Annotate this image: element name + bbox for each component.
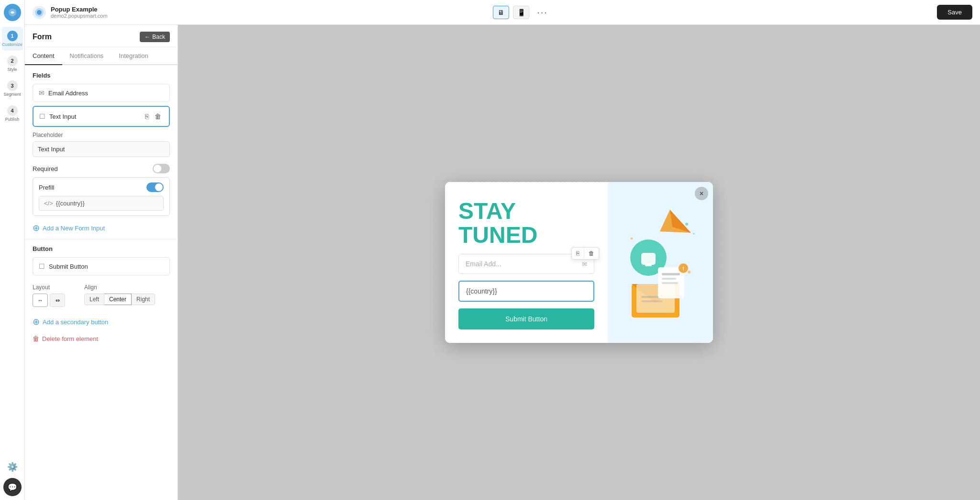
svg-point-9 xyxy=(685,223,688,226)
canvas: × STAY TUNED Email Add... ✉ ⎘ 🗑 xyxy=(178,25,980,500)
align-label: Align xyxy=(84,284,155,291)
delete-icon: 🗑 xyxy=(33,335,39,342)
copy-field-btn[interactable]: ⎘ xyxy=(143,112,151,121)
layout-single-btn[interactable]: ↔ xyxy=(33,294,48,307)
step-1-label: Customize xyxy=(2,42,22,47)
app-domain: demo2.popupsmart.com xyxy=(51,13,108,19)
back-arrow-icon: ← xyxy=(145,34,150,40)
svg-point-11 xyxy=(631,238,633,240)
placeholder-label: Placeholder xyxy=(33,132,170,138)
submit-button-row[interactable]: ☐ Submit Button xyxy=(33,257,170,275)
delete-field-btn[interactable]: 🗑 xyxy=(153,112,163,121)
fields-section-title: Fields xyxy=(33,72,170,79)
svg-point-2 xyxy=(37,10,42,15)
device-mobile-btn[interactable]: 📱 xyxy=(513,6,529,19)
svg-rect-8 xyxy=(645,264,652,266)
tab-content[interactable]: Content xyxy=(25,47,62,65)
step-1-num: 1 xyxy=(7,31,18,41)
settings-btn[interactable]: ⚙️ xyxy=(3,458,22,476)
chat-btn[interactable]: 💬 xyxy=(3,478,22,496)
save-button[interactable]: Save xyxy=(937,5,972,20)
prefill-toggle[interactable] xyxy=(146,182,164,192)
delete-form-btn[interactable]: 🗑 Delete form element xyxy=(25,331,178,346)
app-icon xyxy=(33,6,46,19)
add-field-btn[interactable]: ⊕ Add a New Form Input xyxy=(25,219,178,237)
popup-email-actions: ⎘ 🗑 xyxy=(571,247,599,260)
button-section-title: Button xyxy=(33,241,170,252)
tab-integration[interactable]: Integration xyxy=(111,47,156,64)
align-center-btn[interactable]: Center xyxy=(104,294,132,305)
app-name: Popup Example xyxy=(51,6,108,13)
prefill-value: {{country}} xyxy=(56,200,85,207)
popup-copy-btn[interactable]: ⎘ xyxy=(572,248,584,259)
more-options-btn[interactable]: ··· xyxy=(533,5,552,20)
svg-rect-20 xyxy=(662,278,676,280)
panel: Form ← Back Content Notifications Integr… xyxy=(25,25,178,500)
layout-label: Layout xyxy=(33,284,65,291)
sidebar: 1 Customize 2 Style 3 Segment 4 Publish … xyxy=(0,0,25,500)
svg-rect-21 xyxy=(662,282,678,284)
text-input-label: Text Input xyxy=(49,113,76,120)
required-toggle[interactable] xyxy=(153,164,170,173)
popup-illustration: ! xyxy=(612,200,708,325)
add-secondary-btn[interactable]: ⊕ Add a secondary button xyxy=(25,313,178,331)
align-left-btn[interactable]: Left xyxy=(84,294,104,305)
submit-btn-label: Submit Button xyxy=(49,263,88,270)
email-icon: ✉ xyxy=(39,89,45,97)
step-2-num: 2 xyxy=(7,56,18,66)
svg-rect-19 xyxy=(662,273,680,275)
layout-double-btn[interactable]: ⇔ xyxy=(50,294,65,307)
svg-point-12 xyxy=(688,271,690,273)
popup-headline: STAY TUNED xyxy=(458,199,594,248)
popup-country-input[interactable]: {{country}} xyxy=(458,281,594,302)
prefill-label: Prefill xyxy=(39,184,55,191)
svg-rect-7 xyxy=(641,253,656,265)
sidebar-item-segment[interactable]: 3 Segment xyxy=(2,77,23,101)
email-field-label: Email Address xyxy=(48,90,88,97)
popup-delete-btn[interactable]: 🗑 xyxy=(584,248,599,259)
device-desktop-btn[interactable]: 🖥 xyxy=(493,6,509,19)
add-icon: ⊕ xyxy=(33,224,40,232)
panel-title: Form xyxy=(33,33,52,41)
popup-submit-btn[interactable]: Submit Button xyxy=(458,308,594,330)
svg-rect-17 xyxy=(641,300,663,302)
text-input-icon: ☐ xyxy=(39,113,45,120)
email-address-field-row[interactable]: ✉ Email Address xyxy=(33,84,170,102)
sidebar-item-publish[interactable]: 4 Publish xyxy=(2,102,23,125)
step-4-label: Publish xyxy=(5,117,20,122)
svg-text:!: ! xyxy=(682,266,684,272)
step-2-label: Style xyxy=(7,67,17,72)
popup-preview: × STAY TUNED Email Add... ✉ ⎘ 🗑 xyxy=(445,182,713,343)
step-4-num: 4 xyxy=(7,105,18,116)
sidebar-logo xyxy=(4,4,21,21)
add-secondary-icon: ⊕ xyxy=(33,317,40,327)
back-button[interactable]: ← Back xyxy=(140,32,170,42)
tab-notifications[interactable]: Notifications xyxy=(62,47,111,64)
text-input-field-row[interactable]: ☐ Text Input ⎘ 🗑 xyxy=(33,106,170,127)
svg-point-10 xyxy=(693,233,695,235)
placeholder-input[interactable] xyxy=(33,141,170,157)
popup-close-btn[interactable]: × xyxy=(695,187,708,200)
align-right-btn[interactable]: Right xyxy=(132,294,155,305)
prefill-code-icon: </> xyxy=(44,200,53,207)
step-3-num: 3 xyxy=(7,80,18,91)
sidebar-item-style[interactable]: 2 Style xyxy=(2,52,23,76)
popup-illustration-panel: ! xyxy=(608,182,713,343)
sidebar-item-customize[interactable]: 1 Customize xyxy=(2,27,23,51)
required-label: Required xyxy=(33,165,58,172)
submit-btn-icon: ☐ xyxy=(39,262,45,270)
step-3-label: Segment xyxy=(3,92,21,97)
